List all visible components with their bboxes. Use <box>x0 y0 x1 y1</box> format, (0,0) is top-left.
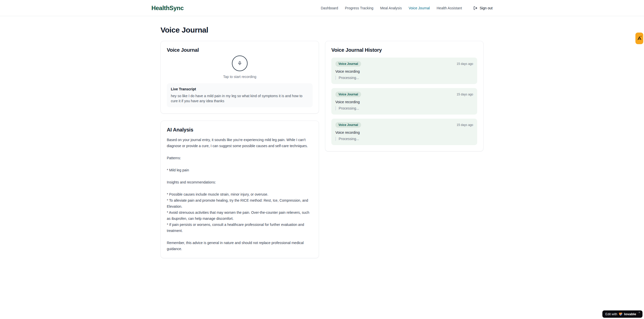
close-icon[interactable]: × <box>638 311 640 314</box>
entry-timestamp: 15 days ago <box>457 93 473 96</box>
history-list: Voice Journal 15 days ago Voice recordin… <box>331 58 477 145</box>
entry-type-badge: Voice Journal <box>335 92 361 97</box>
entry-timestamp: 15 days ago <box>457 62 473 66</box>
entry-title: Voice recording <box>335 100 473 104</box>
record-hint: Tap to start recording <box>223 75 256 79</box>
history-card-title: Voice Journal History <box>331 47 477 53</box>
edit-with-lovable-badge[interactable]: Edit with lovable × <box>602 310 642 318</box>
primary-nav: Dashboard Progress Tracking Meal Analysi… <box>321 6 493 10</box>
voice-recorder-card: Voice Journal Tap to start rec <box>160 41 319 114</box>
nav-item-meal-analysis[interactable]: Meal Analysis <box>380 6 402 10</box>
history-entry: Voice Journal 15 days ago Voice recordin… <box>331 58 477 84</box>
logout-icon <box>473 6 477 10</box>
entry-timestamp: 15 days ago <box>457 123 473 127</box>
history-entry: Voice Journal 15 days ago Voice recordin… <box>331 119 477 145</box>
side-launcher-button[interactable] <box>635 33 643 44</box>
top-nav-bar: HealthSync Dashboard Progress Tracking M… <box>0 0 644 16</box>
sign-out-button[interactable]: Sign out <box>473 6 493 10</box>
launcher-logo-icon <box>637 36 642 41</box>
entry-title: Voice recording <box>335 69 473 73</box>
app-root: HealthSync Dashboard Progress Tracking M… <box>0 0 644 319</box>
history-entry: Voice Journal 15 days ago Voice recordin… <box>331 88 477 115</box>
page-title: Voice Journal <box>160 26 484 34</box>
lovable-brand-label: lovable <box>624 312 636 316</box>
entry-type-badge: Voice Journal <box>335 61 361 67</box>
recorder-card-title: Voice Journal <box>167 47 313 53</box>
live-transcript-title: Live Transcript <box>171 87 309 91</box>
entry-status: Processing... <box>335 106 473 110</box>
live-transcript-box: Live Transcript hey so like I do have a … <box>167 83 313 107</box>
entry-type-badge: Voice Journal <box>335 122 361 128</box>
record-button[interactable] <box>232 56 248 71</box>
sign-out-label: Sign out <box>480 6 493 10</box>
entry-title: Voice recording <box>335 130 473 135</box>
nav-item-voice-journal[interactable]: Voice Journal <box>409 6 430 10</box>
ai-analysis-text: Based on your journal entry, it sounds l… <box>167 137 313 252</box>
entry-status: Processing... <box>335 76 473 80</box>
app-logo[interactable]: HealthSync <box>151 5 184 12</box>
main-content: Voice Journal Voice Journal <box>160 16 484 258</box>
edit-with-label: Edit with <box>605 312 617 316</box>
live-transcript-text: hey so like I do have a mild pain in my … <box>171 93 309 103</box>
history-card: Voice Journal History Voice Journal 15 d… <box>325 41 484 151</box>
heart-gradient-icon <box>619 312 623 316</box>
nav-item-dashboard[interactable]: Dashboard <box>321 6 338 10</box>
nav-item-health-assistant[interactable]: Health Assistant <box>437 6 462 10</box>
ai-analysis-title: AI Analysis <box>167 127 313 133</box>
ai-analysis-card: AI Analysis Based on your journal entry,… <box>160 121 319 258</box>
mic-icon <box>237 61 242 66</box>
nav-item-progress-tracking[interactable]: Progress Tracking <box>345 6 373 10</box>
entry-status: Processing... <box>335 137 473 141</box>
